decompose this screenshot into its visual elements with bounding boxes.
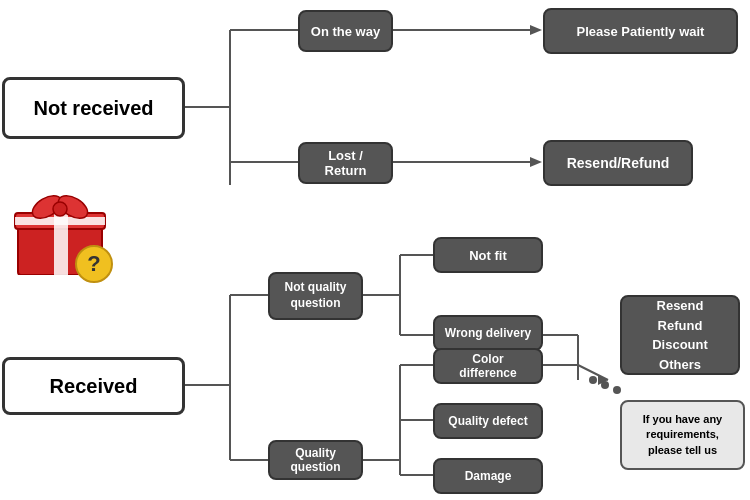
question-icon: ? [75,245,113,283]
svg-point-27 [601,381,609,389]
lost-return-node: Lost / Return [298,142,393,184]
svg-marker-5 [530,25,542,35]
svg-marker-7 [530,157,542,167]
wrong-delivery-node: Wrong delivery [433,315,543,351]
requirements-node: If you have any requirements, please tel… [620,400,745,470]
svg-point-26 [589,376,597,384]
please-wait-node: Please Patiently wait [543,8,738,54]
damage-node: Damage [433,458,543,494]
quality-defect-node: Quality defect [433,403,543,439]
not-received-node: Not received [2,77,185,139]
received-node: Received [2,357,185,415]
on-the-way-node: On the way [298,10,393,52]
quality-question-node: Quality question [268,440,363,480]
svg-rect-32 [15,217,105,225]
color-difference-node: Color difference [433,348,543,384]
not-quality-question-node: Not quality question [268,272,363,320]
svg-line-25 [578,365,608,380]
not-fit-node: Not fit [433,237,543,273]
diagram: Not received On the way Please Patiently… [0,0,750,500]
resend-refund-top-node: Resend/Refund [543,140,693,186]
svg-point-35 [53,202,67,216]
svg-marker-24 [598,375,608,385]
svg-point-28 [613,386,621,394]
resend-options-node: Resend Refund Discount Others [620,295,740,375]
